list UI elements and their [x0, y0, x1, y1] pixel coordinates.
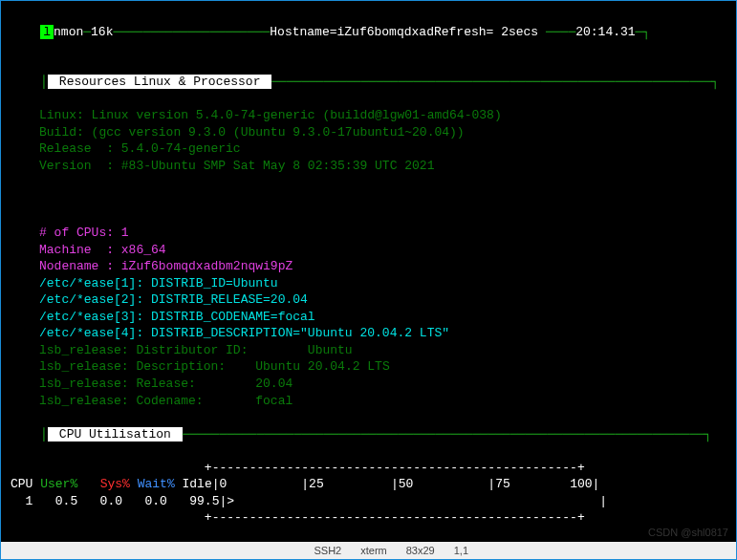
cpu-columns: CPU User% Sys% Wait% Idle|0 |25 |50 |75 … — [11, 476, 726, 493]
machine-line: Machine : x86_64 — [39, 242, 726, 259]
cpu-dashtop: +---------------------------------------… — [11, 460, 726, 477]
cpu-dashbot: +---------------------------------------… — [11, 509, 726, 527]
cursor-block: l — [40, 25, 54, 39]
resources-header: │ Resources Linux & Processor ──────────… — [11, 57, 726, 108]
lsb3-line: lsb_release: Release: 20.04 — [39, 376, 726, 393]
etc4-line: /etc/*ease[4]: DISTRIB_DESCRIPTION="Ubun… — [39, 325, 726, 342]
refresh-value: 2secs — [493, 25, 538, 39]
cursor-pos: 1,1 — [454, 544, 468, 558]
terminal-screen[interactable]: lnmon─16k─────────────────────Hostname=i… — [1, 1, 736, 560]
lsb2-line: lsb_release: Description: Ubuntu 20.04.2… — [39, 358, 726, 376]
linux-line: Linux: Linux version 5.4.0-74-generic (b… — [39, 107, 726, 124]
cpu-bar: |> | — [219, 494, 607, 508]
cpu-row-1: 1 0.5 0.0 0.0 99.5|> | — [11, 493, 726, 510]
lsb1-line: lsb_release: Distributor ID: Ubuntu — [39, 342, 726, 359]
hostname-label: Hostname= — [270, 25, 336, 39]
app-name: nmon — [54, 25, 83, 39]
watermark-text: CSDN @shl0817 — [648, 526, 728, 540]
resources-title: Resources Linux & Processor — [48, 75, 271, 89]
etc3-line: /etc/*ease[3]: DISTRIB_CODENAME=focal — [39, 309, 726, 326]
cpu-scale: |0 |25 |50 |75 100| — [212, 477, 600, 491]
lsb4-line: lsb_release: Codename: focal — [39, 393, 726, 410]
cpus-line: # of CPUs: 1 — [39, 225, 726, 242]
version-line: Version : #83-Ubuntu SMP Sat May 8 02:35… — [39, 158, 726, 175]
cpu-header: │ CPU Utilisation ──────────────────────… — [11, 409, 726, 460]
clock-value: 20:14.31 — [575, 25, 635, 39]
build-line: Build: (gcc version 9.3.0 (Ubuntu 9.3.0-… — [39, 124, 726, 141]
hostname-value: iZuf6bomqdxad — [337, 25, 434, 39]
etc2-line: /etc/*ease[2]: DISTRIB_RELEASE=20.04 — [39, 291, 726, 309]
term-type: xterm — [360, 544, 387, 558]
refresh-label: Refresh= — [434, 25, 493, 39]
nodename-line: Nodename : iZuf6bomqdxadbm2nqwi9pZ — [39, 258, 726, 275]
release-line: Release : 5.4.0-74-generic — [39, 140, 726, 158]
app-version: 16k — [91, 25, 113, 39]
status-bar: SSH2 xterm 83x29 1,1 — [1, 542, 736, 559]
etc1-line: /etc/*ease[1]: DISTRIB_ID=Ubuntu — [39, 275, 726, 292]
cpu-title: CPU Utilisation — [48, 427, 183, 442]
ssh-status: SSH2 — [314, 544, 341, 558]
title-bar: lnmon─16k─────────────────────Hostname=i… — [11, 7, 726, 57]
term-size: 83x29 — [406, 544, 435, 558]
